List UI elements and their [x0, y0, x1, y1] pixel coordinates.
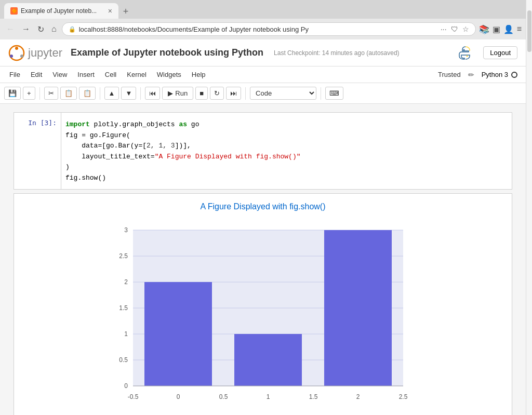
y-label-0: 0: [124, 382, 128, 390]
browser-tab[interactable]: 🔶 Example of Jupyter noteb... ×: [4, 3, 118, 19]
menu-widgets[interactable]: Widgets: [152, 69, 187, 81]
stop-button[interactable]: ■: [195, 87, 208, 100]
cell-input-label: In [3]:: [14, 113, 61, 189]
keyboard-shortcuts-button[interactable]: ⌨: [325, 87, 343, 100]
move-up-button[interactable]: ▲: [104, 87, 119, 100]
jupyter-wordmark: jupyter: [28, 46, 62, 60]
fast-forward-button[interactable]: ⏭: [226, 87, 241, 100]
bar-1: [144, 282, 212, 386]
menu-icon[interactable]: ≡: [517, 24, 522, 34]
toolbar: 💾 + ✂ 📋 📋 ▲ ▼ ⏮ ▶ Run ■ ↻ ⏭ Code Markdow…: [0, 83, 526, 104]
back-button[interactable]: ←: [4, 22, 17, 36]
menu-help[interactable]: Help: [187, 69, 211, 81]
x-label-15: 1.5: [309, 393, 318, 400]
menu-view[interactable]: View: [47, 69, 72, 81]
checkpoint-info: Last Checkpoint: 14 minutes ago (autosav…: [274, 49, 399, 57]
tab-title: Example of Jupyter noteb...: [21, 7, 105, 15]
more-icon[interactable]: ···: [441, 25, 447, 33]
save-button[interactable]: 💾: [4, 87, 21, 100]
kernel-info: Python 3: [477, 70, 522, 79]
menu-insert[interactable]: Insert: [72, 69, 100, 81]
keyword-import: import: [65, 121, 90, 128]
notebook-title: Example of Jupyter notebook using Python: [71, 47, 263, 58]
toolbar-separator-2: [100, 87, 100, 100]
bar-chart: 3 2.5 2 1.5 1 0.5 0: [102, 220, 424, 412]
bar-2: [234, 334, 302, 386]
url-text: localhost:8888/notebooks/Documents/Examp…: [79, 25, 437, 33]
restart-button[interactable]: ↻: [210, 87, 224, 100]
y-label-25: 2.5: [119, 252, 128, 260]
profile-icon[interactable]: 👤: [503, 24, 514, 34]
edit-pencil-icon[interactable]: ✏: [465, 70, 477, 80]
code-text: ): [65, 163, 70, 171]
x-label-0: 0: [177, 393, 180, 400]
bar-3: [324, 230, 392, 386]
new-tab-button[interactable]: +: [118, 4, 133, 19]
menu-kernel[interactable]: Kernel: [122, 69, 152, 81]
x-label-2: 2: [356, 393, 360, 400]
svg-point-3: [10, 55, 13, 58]
menu-bar: File Edit View Insert Cell Kernel Widget…: [0, 66, 526, 83]
code-text: plotly.graph_objects: [90, 121, 179, 128]
code-text: fig.show(): [65, 174, 106, 182]
scrollbar-thumb[interactable]: [527, 10, 531, 52]
shield-icon[interactable]: 🛡: [451, 25, 458, 33]
kernel-status-circle: [511, 72, 517, 78]
code-text: go: [187, 121, 199, 128]
bookmark-icon[interactable]: ☆: [462, 25, 469, 33]
menu-cell[interactable]: Cell: [100, 69, 122, 81]
code-cell-3[interactable]: In [3]: import plotly.graph_objects as g…: [14, 112, 512, 190]
toolbar-separator-1: [39, 87, 40, 100]
svg-point-5: [467, 55, 468, 57]
x-label-05: 0.5: [219, 393, 228, 400]
x-label-1: 1: [267, 393, 270, 400]
y-label-15: 1.5: [119, 304, 128, 312]
keyword-as: as: [179, 121, 187, 128]
address-bar-box[interactable]: 🔒 localhost:8888/notebooks/Documents/Exa…: [62, 22, 476, 36]
refresh-button[interactable]: ↻: [35, 22, 46, 36]
browser-toolbar-icons: 📚 ▣ 👤 ≡: [479, 24, 522, 34]
cell-code-area[interactable]: import plotly.graph_objects as go fig = …: [61, 113, 512, 189]
svg-point-1: [15, 47, 18, 50]
code-text: layout_title_text="A Figure Displayed wi…: [65, 153, 301, 160]
lock-icon: 🔒: [69, 26, 76, 33]
kernel-name: Python 3: [482, 71, 508, 78]
chart-wrapper: 3 2.5 2 1.5 1 0.5 0: [22, 220, 503, 412]
cut-button[interactable]: ✂: [44, 87, 58, 100]
menu-file[interactable]: File: [4, 69, 25, 81]
paste-button[interactable]: 📋: [79, 87, 96, 100]
run-button[interactable]: ▶ Run: [162, 87, 193, 100]
chart-title: A Figure Displayed with fig.show(): [22, 202, 503, 211]
trusted-label: Trusted: [434, 70, 465, 79]
y-label-3: 3: [124, 226, 128, 234]
copy-button[interactable]: 📋: [60, 87, 77, 100]
sidebar-icon[interactable]: ▣: [493, 24, 500, 34]
move-down-button[interactable]: ▼: [121, 87, 136, 100]
tab-favicon: 🔶: [10, 7, 18, 15]
jupyter-logo-icon: [8, 45, 25, 61]
x-label--05: -0.5: [128, 393, 139, 400]
home-button[interactable]: ⌂: [49, 22, 59, 36]
url-action-icons: ··· 🛡 ☆: [441, 25, 469, 33]
logout-button[interactable]: Logout: [483, 46, 517, 59]
forward-button[interactable]: →: [20, 22, 32, 36]
toolbar-separator-5: [321, 87, 321, 100]
svg-point-4: [463, 49, 465, 50]
fast-backward-button[interactable]: ⏮: [145, 87, 160, 100]
y-label-1: 1: [124, 330, 128, 338]
scrollbar[interactable]: [526, 0, 532, 415]
svg-point-2: [20, 55, 23, 58]
output-cell-3: A Figure Displayed with fig.show(): [14, 193, 512, 415]
python-logo: [458, 46, 473, 60]
toolbar-separator-4: [245, 87, 246, 100]
library-icon[interactable]: 📚: [479, 24, 489, 34]
cell-type-select[interactable]: Code Markdown Raw NBConvert Heading: [250, 87, 316, 100]
tab-close-button[interactable]: ×: [108, 7, 112, 15]
jupyter-logo: jupyter: [8, 45, 62, 61]
add-cell-button[interactable]: +: [23, 87, 35, 100]
x-label-25: 2.5: [399, 393, 408, 400]
run-icon: ▶: [168, 89, 173, 97]
code-text: fig = go.Figure(: [65, 131, 130, 139]
menu-edit[interactable]: Edit: [25, 69, 47, 81]
notebook-content: In [3]: import plotly.graph_objects as g…: [0, 104, 526, 415]
